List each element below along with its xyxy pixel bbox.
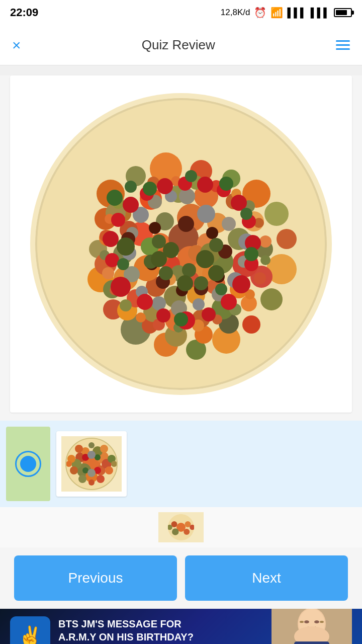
ad-text-area: BTS JM'S MESSAGE FORA.R.M.Y ON HIS BIRTH… [58,617,263,644]
svg-point-167 [152,234,166,249]
status-bar: 22:09 12,8K/d ⏰ 📶 ▌▌▌ ▌▌▌ [0,0,362,25]
svg-point-214 [304,620,309,623]
svg-point-143 [111,213,125,227]
menu-button[interactable] [336,40,350,50]
ad-celebrity-image [272,609,352,644]
svg-point-198 [87,451,96,459]
ad-banner[interactable]: ✌️ BTS JM'S MESSAGE FORA.R.M.Y ON HIS BI… [0,609,362,644]
svg-point-153 [240,208,252,220]
svg-point-10 [277,229,297,249]
svg-point-218 [300,621,304,623]
svg-point-160 [196,250,214,268]
quiz-image-card [10,75,352,413]
answer-thumbnail [61,436,122,492]
svg-point-128 [156,308,170,323]
svg-point-119 [206,227,218,239]
network-speed: 12,8K/d [221,8,250,18]
svg-point-162 [208,265,224,281]
menu-line-1 [336,40,350,42]
ishihara-plate-svg [30,93,332,395]
radio-inner [20,456,36,472]
svg-point-142 [123,197,139,213]
svg-point-144 [103,231,119,247]
answer-options-area [0,421,362,507]
svg-point-99 [197,205,215,223]
celebrity-silhouette [272,609,352,644]
navigation-buttons: Previous Next [0,547,362,609]
svg-point-9 [264,202,289,226]
svg-point-81 [136,312,146,323]
svg-point-145 [105,253,119,267]
svg-point-219 [320,621,324,623]
svg-point-127 [137,294,153,310]
svg-point-154 [219,177,233,191]
next-button[interactable]: Next [185,555,348,601]
svg-point-150 [174,312,188,327]
svg-rect-217 [294,641,329,644]
menu-line-2 [336,44,350,46]
battery-icon [334,8,352,17]
svg-point-155 [185,170,197,182]
svg-point-151 [215,283,227,295]
svg-point-185 [97,475,105,483]
svg-point-146 [107,190,123,206]
svg-point-166 [151,251,167,267]
svg-point-190 [88,442,95,448]
svg-point-130 [202,307,216,321]
svg-point-156 [117,237,135,256]
signal-icon-1: ▌▌▌ [287,8,306,18]
svg-point-164 [177,275,193,291]
svg-point-161 [209,238,223,252]
svg-point-140 [157,178,173,194]
svg-point-152 [244,247,258,261]
svg-point-193 [111,461,117,467]
svg-point-13 [242,315,260,334]
svg-point-182 [70,466,78,474]
svg-point-82 [120,299,132,311]
svg-point-191 [88,479,95,486]
svg-point-159 [182,263,196,277]
svg-point-189 [100,445,108,453]
close-button[interactable]: × [12,37,21,54]
answer-image-box[interactable] [56,431,127,497]
svg-point-192 [66,461,72,467]
svg-point-149 [117,258,129,270]
page-title: Quiz Review [142,37,215,53]
previous-button[interactable]: Previous [14,555,177,601]
svg-point-73 [260,255,270,265]
svg-point-148 [143,182,157,196]
signal-icon-2: ▌▌▌ [311,8,330,18]
svg-point-107 [152,296,166,310]
svg-point-117 [149,222,161,234]
ad-logo-emoji: ✌️ [18,625,43,645]
svg-point-100 [222,217,236,231]
svg-point-115 [179,188,195,204]
svg-point-215 [314,620,319,623]
main-content: Previous Next [0,75,362,609]
radio-button[interactable] [15,451,41,477]
svg-point-105 [193,298,205,310]
app-header: × Quiz Review [0,25,362,65]
svg-point-72 [259,235,272,248]
wifi-icon: 📶 [270,7,283,19]
svg-point-147 [125,181,137,193]
svg-point-207 [172,528,179,535]
menu-line-3 [336,48,350,50]
ad-headline: BTS JM'S MESSAGE FORA.R.M.Y ON HIS BIRTH… [58,617,263,643]
svg-point-163 [194,276,208,290]
svg-point-183 [105,466,113,474]
alarm-icon: ⏰ [254,7,266,19]
svg-point-184 [78,475,86,483]
ishihara-plate-container [30,86,332,403]
svg-point-131 [221,294,237,310]
svg-point-208 [184,529,190,535]
svg-point-74 [254,272,266,284]
svg-point-165 [159,266,173,280]
svg-point-138 [197,177,213,193]
svg-point-12 [260,288,283,310]
ad-logo: ✌️ [10,616,50,644]
partial-thumbnail [151,512,211,542]
svg-point-126 [111,277,131,297]
svg-point-188 [75,445,83,453]
svg-point-132 [232,275,250,293]
